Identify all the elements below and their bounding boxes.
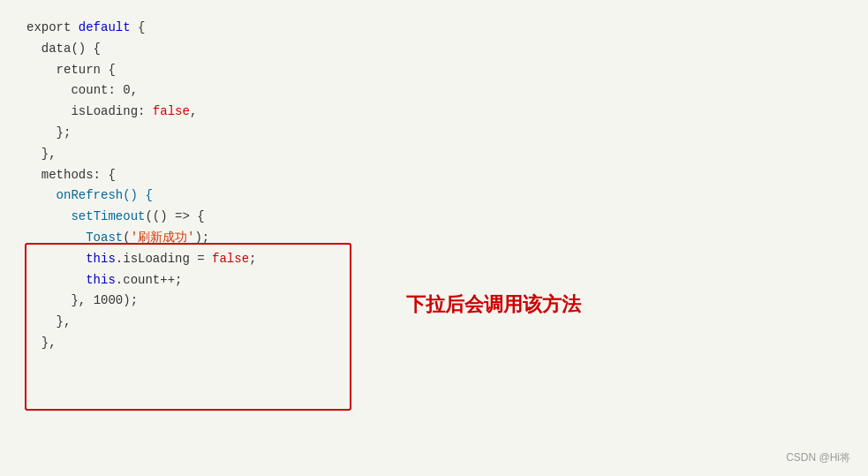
code-line-1: export default { (26, 18, 842, 39)
annotation-text: 下拉后会调用该方法 (406, 291, 581, 318)
code-line-13: this.count++; (26, 270, 842, 291)
code-line-6: }; (26, 123, 842, 144)
code-line-3: return { (26, 60, 842, 81)
code-line-5: isLoading: false, (26, 102, 842, 123)
code-line-11: Toast('刷新成功'); (26, 228, 842, 249)
code-line-12: this.isLoading = false; (26, 249, 842, 270)
code-line-4: count: 0, (26, 80, 842, 102)
code-line-10: setTimeout(() => { (26, 207, 842, 228)
code-line-8: methods: { (26, 165, 842, 186)
watermark: CSDN @Hi将 (786, 450, 850, 465)
code-line-2: data() { (26, 39, 842, 60)
code-line-7: }, (26, 144, 842, 165)
code-line-16: }, (26, 333, 842, 354)
code-line-9: onRefresh() { (26, 185, 842, 207)
